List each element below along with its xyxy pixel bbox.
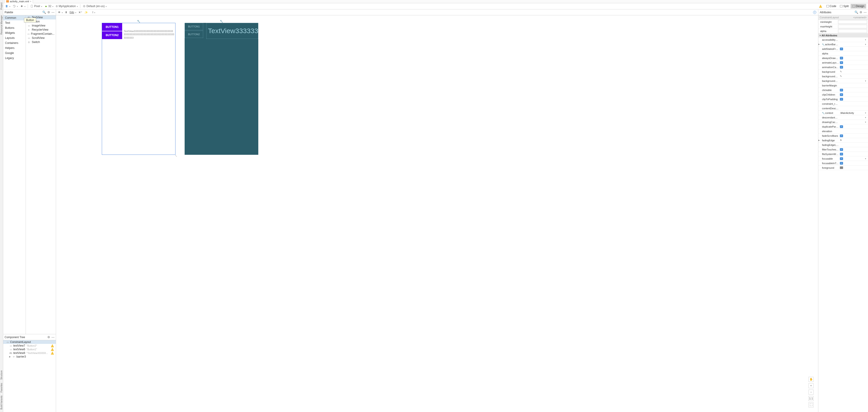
sidebar-tab-favorites[interactable]: Favorites	[0, 382, 3, 394]
minimize-icon[interactable]: —	[52, 10, 55, 14]
chevron-down-icon[interactable]: ▾	[865, 80, 867, 82]
file-tab-activity-main[interactable]: activity_main.xml ×	[5, 0, 33, 3]
canvas-area[interactable]: 🔧 BUTTON1 BUTTON2 TextView33333333333333…	[56, 15, 818, 412]
infer-constraints-button[interactable]: ✨	[85, 11, 88, 14]
chevron-down-icon[interactable]: ▾	[865, 39, 867, 41]
image-icon[interactable]	[840, 166, 843, 169]
palette-category[interactable]: Containers	[3, 40, 26, 45]
warning-icon[interactable]	[51, 344, 54, 347]
view-mode-split[interactable]: Split	[838, 4, 850, 8]
gear-icon[interactable]: ⚙	[860, 10, 862, 14]
zoom-out-button[interactable]: −	[808, 389, 813, 394]
bool-badge[interactable]	[840, 162, 843, 165]
palette-category[interactable]: Widgets	[3, 30, 26, 35]
palette-item[interactable]: AbTextView	[26, 15, 56, 20]
minimize-icon[interactable]: —	[864, 10, 867, 14]
edit-icon[interactable]: ✎	[840, 70, 842, 73]
preview-button2[interactable]: BUTTON2	[102, 31, 122, 39]
palette-item[interactable]: ▭Button	[26, 20, 56, 24]
palette-category[interactable]: Buttons	[3, 25, 26, 30]
chevron-down-icon[interactable]: ▾	[865, 116, 867, 119]
tree-node[interactable]: AbtextView8"TextView333333...	[3, 351, 56, 355]
locale-selector[interactable]: Default (en-us)	[83, 5, 106, 8]
palette-category[interactable]: Helpers	[3, 45, 26, 51]
blueprint-textview[interactable]: TextView333333	[206, 23, 258, 39]
bool-badge[interactable]	[840, 57, 843, 59]
resize-handle-icon[interactable]: ⤡	[175, 154, 178, 157]
preview-button1[interactable]: BUTTON1	[102, 23, 122, 31]
palette-item[interactable]: ≡RecyclerView	[26, 28, 56, 32]
palette-category[interactable]: Layouts	[3, 35, 26, 40]
attr-value[interactable]: .MainActivity	[840, 112, 854, 114]
tree-node[interactable]: ▭textView6"Button1"	[3, 348, 56, 351]
theme-selector[interactable]: ⊚ MyApplication	[56, 5, 78, 8]
sidebar-tab-resource-manager[interactable]: Resource Manager	[0, 14, 3, 36]
chevron-down-icon[interactable]: ▾	[865, 121, 867, 123]
chevron-down-icon[interactable]: ▾	[865, 112, 867, 114]
bool-badge[interactable]	[840, 89, 843, 91]
view-mode-code[interactable]: Code	[825, 4, 838, 8]
search-icon[interactable]: 🔍	[855, 10, 858, 14]
bool-badge[interactable]	[840, 134, 843, 137]
palette-item[interactable]: ⊙Switch	[26, 40, 56, 44]
wrench-icon[interactable]: 🔧	[185, 20, 258, 23]
palette-category[interactable]: Common	[3, 15, 26, 20]
gear-icon[interactable]: ⚙	[48, 336, 50, 339]
device-selector[interactable]: Pixel	[30, 5, 42, 8]
bool-badge[interactable]	[840, 66, 843, 69]
warning-icon[interactable]	[819, 5, 822, 8]
chevron-down-icon[interactable]: ▾	[865, 43, 867, 45]
tree-node[interactable]: ▭textView7"Button2"	[3, 344, 56, 348]
tree-node[interactable]: ▶⊢barrier3	[3, 355, 56, 358]
tree-node[interactable]: ▭ConstraintLayout	[3, 340, 56, 344]
chevron-right-icon[interactable]: ▶	[9, 355, 11, 358]
bool-badge[interactable]	[840, 157, 843, 160]
pan-button[interactable]: ✋	[808, 377, 813, 382]
close-tab-icon[interactable]: ×	[30, 0, 31, 3]
zoom-in-button[interactable]: +	[808, 383, 813, 388]
bool-badge[interactable]	[840, 125, 843, 128]
chevron-right-icon[interactable]: ▶	[818, 139, 820, 141]
bool-badge[interactable]	[840, 148, 843, 151]
preview-textview[interactable]: TextView33333333333333333333333333333333…	[124, 30, 174, 39]
magnet-button[interactable]: ⬇	[65, 11, 67, 14]
blueprint-button1[interactable]: BUTTON1	[185, 23, 203, 30]
edit-icon[interactable]: ✎	[840, 75, 842, 78]
view-options-button[interactable]: 👁	[58, 11, 63, 14]
minimize-icon[interactable]: —	[52, 336, 55, 339]
guidelines-button[interactable]: I	[92, 11, 95, 14]
sidebar-tab-build-variants[interactable]: Build Variants	[0, 394, 3, 411]
attr-input[interactable]	[838, 25, 867, 28]
attr-input[interactable]	[838, 20, 867, 24]
bool-badge[interactable]	[840, 93, 843, 96]
attributes-section-header[interactable]: All Attributes	[818, 33, 868, 37]
palette-item[interactable]: ▭ScrollView	[26, 36, 56, 40]
chevron-down-icon[interactable]: ▾	[865, 158, 867, 160]
zoom-reset-button[interactable]: ⛶	[808, 402, 813, 407]
sidebar-tab-structure[interactable]: Structure	[0, 369, 3, 381]
bool-badge[interactable]	[840, 61, 843, 64]
attr-input[interactable]	[838, 29, 867, 33]
palette-item[interactable]: ▭ImageView	[26, 24, 56, 28]
palette-category[interactable]: Text	[3, 20, 26, 25]
help-icon[interactable]: ?	[813, 11, 816, 14]
wrench-icon[interactable]: 🔧	[102, 20, 176, 23]
design-preview[interactable]: BUTTON1 BUTTON2 TextView3333333333333333…	[102, 23, 176, 155]
sidebar-tab-project[interactable]: Project	[0, 1, 3, 11]
warning-icon[interactable]	[51, 348, 54, 351]
blueprint-preview[interactable]: BUTTON1 BUTTON2 TextView333333	[185, 23, 258, 155]
warning-icon[interactable]	[51, 351, 54, 355]
flag-icon[interactable]: ⚑	[840, 139, 842, 141]
clear-constraints-button[interactable]: ✕⁺	[79, 11, 82, 14]
default-margin-button[interactable]: 0dp	[69, 11, 76, 14]
palette-item[interactable]: ▭FragmentContain...	[26, 32, 56, 36]
chevron-right-icon[interactable]: ▶	[818, 43, 820, 45]
bool-badge[interactable]	[840, 47, 843, 50]
gear-icon[interactable]: ⚙	[48, 10, 50, 14]
blueprint-button2[interactable]: BUTTON2	[185, 31, 203, 38]
search-icon[interactable]: 🔍	[42, 10, 46, 14]
night-mode-toggle[interactable]	[20, 5, 25, 8]
api-selector[interactable]: 32	[44, 5, 53, 8]
zoom-fit-button[interactable]: 1:1	[808, 396, 813, 401]
palette-category[interactable]: Legacy	[3, 56, 26, 61]
